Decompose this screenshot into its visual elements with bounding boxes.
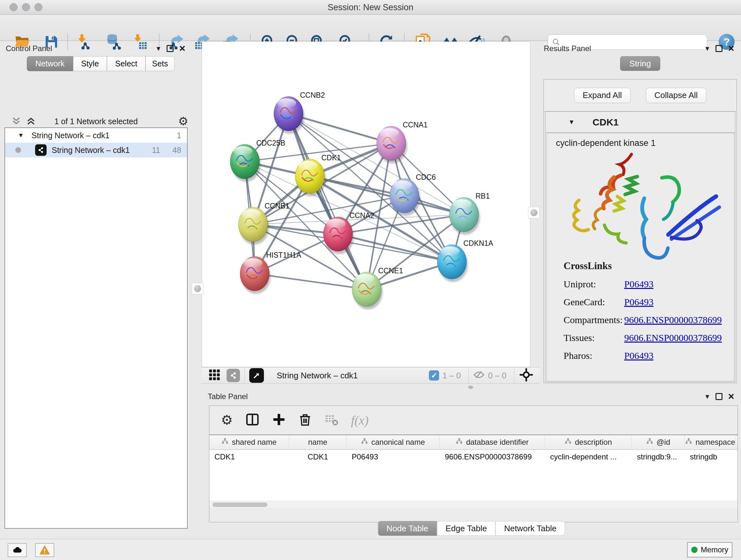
panel-close-icon[interactable]: ✕ [728,44,735,54]
horizontal-scrollbar[interactable] [209,501,738,508]
results-panel-title: Results Panel [544,44,591,53]
tab-select[interactable]: Select [107,56,145,71]
control-panel-tabs: NetworkStyleSelectSets [27,56,175,71]
grid-view-icon[interactable] [208,368,221,382]
add-column-icon[interactable] [272,413,286,428]
network-node-CCNB1[interactable] [239,207,269,245]
panel-close-icon[interactable]: ✕ [179,44,186,54]
network-share-icon[interactable] [226,369,240,382]
fit-content-crosshair-icon[interactable] [519,368,534,383]
cloud-icon [12,545,23,556]
network-node-CDK1[interactable] [295,159,326,196]
footer-separator [514,367,515,384]
panel-float-icon[interactable] [716,45,723,52]
network-node-CDKN1A[interactable] [437,245,468,282]
tab-network-table[interactable]: Network Table [495,521,565,536]
network-node-CCNB2[interactable] [274,97,305,134]
network-row[interactable]: String Network – cdk1 11 48 [5,143,187,158]
node-label-HIST1H1A: HIST1H1A [266,251,301,259]
footer-separator [245,367,245,384]
edge-count: 48 [172,145,181,155]
string-network-graph[interactable]: CCNB2CCNA1CDC25BCDK1CDC6RB1CCNB1CCNA2CDK… [202,42,530,367]
selected-filter-checkbox[interactable]: ✓ [429,370,439,381]
node-label-RB1: RB1 [475,192,490,200]
network-node-RB1[interactable] [449,197,480,235]
left-splitter-handle[interactable] [192,283,203,294]
column-header-description[interactable]: description [545,435,632,449]
panel-close-icon[interactable]: ✕ [728,392,735,401]
birds-eye-view-icon[interactable] [249,368,264,383]
delete-table-icon-disabled [324,412,339,428]
warning-button[interactable] [35,543,54,557]
crosslink-link[interactable]: P06493 [624,297,654,307]
node-table[interactable]: shared namenamecanonical namedatabase id… [209,435,738,508]
column-header-namespace[interactable]: namespace [685,435,736,449]
tab-edge-table[interactable]: Edge Table [437,521,495,536]
column-header-canonical-name[interactable]: canonical name [347,435,440,449]
network-selection-bar: 1 of 1 Network selected ⚙ [3,115,189,128]
column-header-database-identifier[interactable]: database identifier [440,435,545,449]
column-tree-icon [564,438,571,447]
protein-structure-image [566,150,732,265]
network-type-icon [35,144,47,156]
column-header--id[interactable]: @id [632,435,685,449]
table-options-gear-icon[interactable]: ⚙ [221,414,233,427]
network-node-CCNA1[interactable] [377,126,407,164]
panel-menu-icon[interactable]: ▼ [704,45,711,52]
crosslink-row: Uniprot:P06493 [563,279,722,290]
tab-sets[interactable]: Sets [145,56,175,71]
network-view-canvas[interactable]: CCNB2CCNA1CDC25BCDK1CDC6RB1CCNB1CCNA2CDK… [202,42,530,367]
tab-network[interactable]: Network [27,56,73,71]
right-splitter-handle[interactable] [528,207,540,219]
status-bar: Memory [0,539,741,560]
hidden-eye-icon[interactable] [473,369,485,382]
tab-node-table[interactable]: Node Table [378,521,437,536]
panel-float-icon[interactable] [716,393,723,400]
table-row[interactable]: CDK1CDK1P064939606.ENSP00000378699cyclin… [209,450,738,464]
network-edge[interactable] [255,273,367,289]
network-label: String Network – cdk1 [52,145,130,155]
column-header-shared-name[interactable]: shared name [209,435,289,449]
panel-menu-icon[interactable]: ▼ [704,393,711,400]
table-panel-title: Table Panel [208,392,248,401]
collection-expand-icon[interactable]: ▼ [18,132,24,139]
table-cell[interactable]: CDK1 [209,452,289,461]
collapse-all-button[interactable]: Collapse All [646,88,706,103]
collection-label: String Network – cdk1 [31,131,110,140]
panel-float-icon[interactable] [166,45,174,52]
tab-style[interactable]: Style [73,56,107,71]
crosslink-link[interactable]: 9606.ENSP00000378699 [624,314,722,325]
results-panel: Results Panel ▼ ✕ String Expand All Coll… [542,42,738,393]
show-columns-icon[interactable] [245,412,260,428]
network-options-gear-icon[interactable]: ⚙ [178,116,188,127]
bottom-splitter-handle[interactable] [468,386,473,389]
node-result-header[interactable]: ▼ CDK1 [545,112,735,133]
column-header-name[interactable]: name [289,435,347,449]
table-cell[interactable]: CDK1 [289,452,347,461]
table-cell[interactable]: 9606.ENSP00000378699 [440,452,545,461]
table-cell[interactable]: stringdb [685,452,736,461]
column-tree-icon [456,438,463,447]
cloud-button[interactable] [8,543,27,557]
expand-all-button[interactable]: Expand All [574,88,630,103]
node-label-CDK1: CDK1 [321,153,341,162]
table-cell[interactable]: stringdb:9... [632,452,685,461]
tab-string[interactable]: String [620,56,660,71]
network-tree: ▼ String Network – cdk1 1 String Network… [4,127,188,529]
network-collection-row[interactable]: ▼ String Network – cdk1 1 [5,128,187,143]
main-toolbar: ? [0,15,741,41]
selected-node-edge-count: 1 – 0 [442,371,461,381]
network-node-HIST1H1A[interactable] [240,256,271,294]
section-expand-icon[interactable]: ▼ [568,118,575,126]
crosslink-link[interactable]: 9606.ENSP00000378699 [624,332,722,343]
crosslink-link[interactable]: P06493 [624,350,654,361]
memory-button[interactable]: Memory [687,542,732,557]
node-label-CCNB1: CCNB1 [265,202,289,210]
scrollbar-thumb[interactable] [212,503,267,507]
delete-column-icon[interactable] [298,413,312,428]
crosslink-link[interactable]: P06493 [624,279,654,290]
panel-menu-icon[interactable]: ▼ [155,45,161,52]
table-cell[interactable]: cyclin-dependent ... [545,452,632,461]
table-cell[interactable]: P06493 [347,452,440,461]
network-node-CCNE1[interactable] [352,272,383,309]
